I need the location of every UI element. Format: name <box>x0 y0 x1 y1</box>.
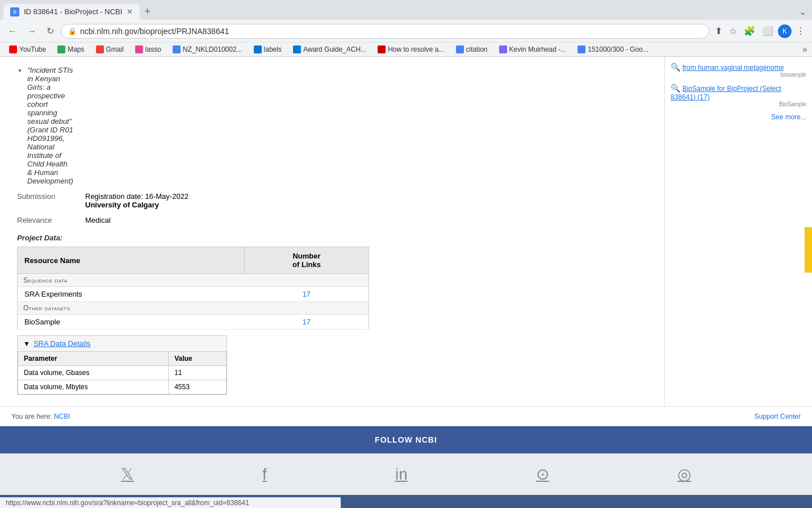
sra-gbases-value: 11 <box>169 366 227 380</box>
bookmark-maps[interactable]: Maps <box>53 44 89 55</box>
sidebar-result-1-tag: biosample <box>671 72 806 78</box>
sidebar-result-2: 🔍 BioSample for BioProject (Select 83864… <box>671 84 806 107</box>
rss-icon[interactable]: ◎ <box>677 465 691 484</box>
project-data-header: Project Data: <box>17 234 653 242</box>
sra-mbytes-value: 4553 <box>169 380 227 394</box>
sra-experiments-count-cell[interactable]: 17 <box>245 287 369 302</box>
bookmark-award[interactable]: Award Guide_ACH... <box>288 44 371 55</box>
search-icon-2: 🔍 <box>671 84 680 93</box>
resource-name-col-header: Resource Name <box>18 247 245 274</box>
extensions-icon[interactable]: 🧩 <box>742 23 757 39</box>
bookmarks-bar: YouTube Maps Gmail lasso NZ_NKLD010002..… <box>0 42 812 56</box>
bookmark-kevin-label: Kevin Muirhead -... <box>509 45 567 53</box>
github-icon[interactable]: ⊙ <box>536 465 549 484</box>
linkedin-icon[interactable]: in <box>395 465 408 484</box>
share-icon[interactable]: ⬆ <box>713 23 725 39</box>
sidebar-result-2-link[interactable]: BioSample for BioProject (Select 838641)… <box>671 85 781 101</box>
sidebar: 🔍 from human vaginal metagenome biosampl… <box>664 57 812 406</box>
lock-icon: 🔒 <box>68 27 77 35</box>
bookmarks-more-button[interactable]: » <box>802 44 807 55</box>
bookmark-star-icon[interactable]: ☆ <box>727 23 739 39</box>
sequence-data-section-header: Sequence data <box>18 274 369 287</box>
lasso-favicon <box>135 45 143 53</box>
sra-details-container: ▼ SRA Data Details Parameter Value Data … <box>17 335 227 395</box>
follow-ncbi-section: FOLLOW NCBI <box>0 426 812 453</box>
status-bar: https://www.ncbi.nlm.nih.gov/sra?linknam… <box>0 497 341 508</box>
bookmark-youtube[interactable]: YouTube <box>5 44 51 55</box>
breadcrumb-prefix: You are here: <box>11 413 54 420</box>
bookmark-citation[interactable]: citation <box>451 44 492 55</box>
sra-toggle-button[interactable]: ▼ SRA Data Details <box>18 336 227 351</box>
award-favicon <box>293 45 301 53</box>
sra-details-link[interactable]: SRA Data Details <box>34 339 90 348</box>
bookmark-youtube-label: YouTube <box>19 45 46 53</box>
breadcrumb-ncbi-link[interactable]: NCBI <box>54 413 70 420</box>
grant-text: "Incident STIs in Kenyan Girls: a prospe… <box>27 66 73 185</box>
back-button[interactable]: ← <box>5 24 20 39</box>
address-text: ncbi.nlm.nih.gov/bioproject/PRJNA838641 <box>80 27 702 36</box>
bookmark-gmail[interactable]: Gmail <box>91 44 128 55</box>
sra-inner-table: Parameter Value Data volume, Gbases 11 D… <box>18 351 227 394</box>
bookmark-lasso[interactable]: lasso <box>131 44 166 55</box>
sidebar-result-1: 🔍 from human vaginal metagenome biosampl… <box>671 63 806 78</box>
sra-mbytes-row: Data volume, Mbytes 4553 <box>18 380 227 394</box>
biosample-count-cell[interactable]: 17 <box>245 315 369 330</box>
sra-table-header: Parameter Value <box>18 352 227 366</box>
profile-icon[interactable]: ⬜ <box>760 23 776 39</box>
google151-favicon <box>577 45 585 53</box>
gmail-favicon <box>96 45 104 53</box>
sidebar-result-2-tag: BioSample <box>671 101 806 107</box>
registration-date: Registration date: 16-May-2022 <box>85 192 647 201</box>
feedback-button[interactable]: 📊 Feedback <box>805 227 812 273</box>
see-more-link[interactable]: See more... <box>771 113 806 121</box>
bookmark-labels-label: labels <box>264 45 282 53</box>
active-tab[interactable]: B ID 838641 - BioProject - NCBI ✕ <box>3 4 140 20</box>
resource-table: Resource Name Number of Links Sequence d… <box>17 247 369 330</box>
support-center-link[interactable]: Support Center <box>755 413 801 420</box>
sra-gbases-param: Data volume, Gbases <box>18 366 169 380</box>
social-icons-row: 𝕏 f in ⊙ ◎ <box>0 453 812 495</box>
bookmark-google151[interactable]: 151000/300 - Goo... <box>573 44 653 55</box>
sidebar-result-1-link[interactable]: from human vaginal metagenome <box>683 64 784 72</box>
bookmark-labels[interactable]: labels <box>249 44 286 55</box>
tab-favicon: B <box>10 7 19 16</box>
bookmark-award-label: Award Guide_ACH... <box>303 45 366 53</box>
bookmark-resolve[interactable]: How to resolve a... <box>373 44 449 55</box>
sra-experiments-row: SRA Experiments 17 <box>18 287 369 302</box>
tab-title: ID 838641 - BioProject - NCBI <box>24 7 122 16</box>
biosample-row: BioSample 17 <box>18 315 369 330</box>
biosample-link[interactable]: 17 <box>303 318 311 326</box>
twitter-icon[interactable]: 𝕏 <box>121 465 134 484</box>
content-area: "Incident STIs in Kenyan Girls: a prospe… <box>0 57 812 406</box>
project-info-table: "Incident STIs in Kenyan Girls: a prospe… <box>11 63 653 228</box>
profile-avatar[interactable]: K <box>778 24 792 38</box>
bookmark-citation-label: citation <box>466 45 488 53</box>
tab-close-button[interactable]: ✕ <box>127 7 133 16</box>
address-bar-row: ← → ↻ 🔒 ncbi.nlm.nih.gov/bioproject/PRJN… <box>0 20 812 42</box>
new-tab-button[interactable]: + <box>140 3 155 20</box>
bookmark-nzkld[interactable]: NZ_NKLD010002... <box>168 44 247 55</box>
youtube-favicon <box>9 45 17 53</box>
relevance-value-cell: Medical <box>79 213 653 228</box>
other-datasets-label: Other datasets <box>18 302 369 315</box>
sra-experiments-label: SRA Experiments <box>18 287 245 302</box>
bookmark-lasso-label: lasso <box>145 45 161 53</box>
sra-experiments-link[interactable]: 17 <box>303 290 311 298</box>
menu-icon[interactable]: ⋮ <box>794 23 807 39</box>
facebook-icon[interactable]: f <box>262 465 267 484</box>
forward-button[interactable]: → <box>24 24 40 39</box>
refresh-button[interactable]: ↻ <box>43 23 57 39</box>
address-bar[interactable]: 🔒 ncbi.nlm.nih.gov/bioproject/PRJNA83864… <box>61 24 709 39</box>
number-links-col-header: Number of Links <box>245 247 369 274</box>
bookmark-maps-label: Maps <box>68 45 84 53</box>
main-content: "Incident STIs in Kenyan Girls: a prospe… <box>0 57 664 406</box>
submission-label-cell: Submission <box>11 189 79 213</box>
tab-list-button[interactable]: ⌄ <box>797 4 809 19</box>
citation-favicon <box>456 45 464 53</box>
toolbar-icons: ⬆ ☆ 🧩 ⬜ K ⋮ <box>713 23 807 39</box>
labels-favicon <box>254 45 262 53</box>
biosample-label: BioSample <box>18 315 245 330</box>
sra-mbytes-param: Data volume, Mbytes <box>18 380 169 394</box>
bookmark-kevin[interactable]: Kevin Muirhead -... <box>495 44 571 55</box>
resolve-favicon <box>378 45 386 53</box>
